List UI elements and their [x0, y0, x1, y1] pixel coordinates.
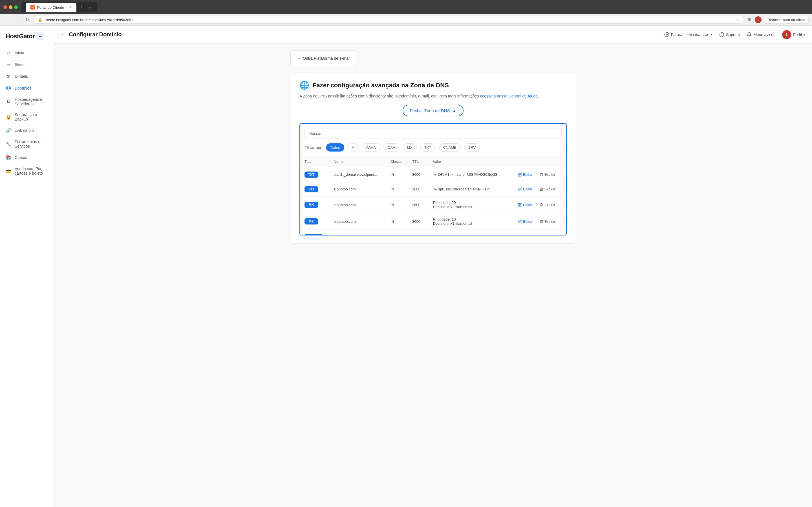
table-row: CNAME webmail.elpuntoo.com. IN 14400 tit…	[300, 230, 566, 235]
row5-class: IN	[386, 230, 408, 235]
edit-icon-3	[518, 203, 522, 207]
sidebar-item-seguranca[interactable]: 🔒 Segurança e Backup	[2, 110, 52, 124]
row1-edit-button[interactable]: Editar	[516, 171, 535, 178]
bookmark-icon[interactable]: ☆	[736, 17, 740, 22]
sidebar-item-venda-pix[interactable]: 💳 Venda com Pix, cartões e boleto	[2, 164, 52, 178]
browser-chrome: H Portal do Cliente ✕ + ≡ ← → ↻ 🔒 client…	[0, 0, 812, 25]
filter-mx[interactable]: MX	[403, 144, 417, 152]
nav-perfil[interactable]: I Perfil ▾	[782, 30, 805, 39]
dns-table-body: TXT titan1._domainkey.elpunt... IN 3600 …	[300, 167, 566, 235]
extensions-icon[interactable]: ⊞	[747, 16, 753, 23]
new-tab-button[interactable]: +	[78, 2, 85, 12]
sidebar-item-inicio[interactable]: ⌂ Início	[2, 47, 52, 58]
perfil-chevron-icon: ▾	[804, 33, 805, 37]
dns-section-desc: A Zona de DNS possibilita ações como dir…	[299, 93, 567, 99]
filter-cname[interactable]: CNAME	[439, 144, 461, 152]
search-input[interactable]	[309, 131, 557, 136]
row3-delete-button[interactable]: Excluir	[537, 202, 558, 208]
nav-suporte[interactable]: Suporte	[719, 32, 740, 37]
nav-avisos[interactable]: Meus avisos	[747, 32, 775, 37]
seguranca-icon: 🔒	[6, 114, 11, 120]
sidebar-logo: HostGator ←	[0, 30, 54, 47]
row1-value: "v=DKIM1; k=rsa; p=MIGfMA0GCSqGS...	[428, 167, 511, 182]
logo-toggle-icon[interactable]: ←	[36, 33, 44, 40]
logo-text: HostGator	[6, 33, 35, 40]
tab-favicon: H	[30, 5, 35, 10]
row4-value-line1: Prioridade: 10	[433, 217, 507, 221]
suporte-label: Suporte	[726, 33, 740, 37]
row2-ttl: 3600	[408, 182, 428, 196]
filter-txt[interactable]: TXT	[420, 144, 436, 152]
row1-class: IN	[386, 167, 408, 182]
col-ttl: TTL	[408, 156, 428, 167]
browser-active-tab[interactable]: H Portal do Cliente ✕	[26, 3, 77, 12]
maximize-window-dot[interactable]	[14, 5, 18, 9]
trash-icon-4	[539, 219, 543, 223]
close-dns-button[interactable]: Fechar Zona de DNS ▲	[403, 105, 464, 116]
sidebar-item-link-bio[interactable]: 🔗 Link na bio	[2, 125, 52, 136]
row3-edit-button[interactable]: Editar	[516, 202, 535, 208]
sidebar-item-dominios[interactable]: Domínios	[2, 82, 52, 94]
sidebar-label-ferramentas: Ferramentas e Serviços	[15, 139, 48, 149]
page-content: ··· Outra Plataforma de e-mail 🌐 Fazer c…	[54, 44, 812, 507]
filter-a[interactable]: A	[348, 144, 359, 152]
sidebar-item-ferramentas[interactable]: 🔧 Ferramentas e Serviços	[2, 136, 52, 151]
sidebar-item-hospedagens[interactable]: 🖥 Hospedagens e Servidores	[2, 94, 52, 109]
sidebar-item-emails[interactable]: ✉ E-mails	[2, 71, 52, 82]
row3-ttl: 3600	[408, 196, 428, 213]
suporte-icon	[719, 32, 724, 37]
browser-menu-icon[interactable]: ≡	[86, 4, 93, 12]
row4-delete-button[interactable]: Excluir	[537, 218, 558, 225]
sidebar-item-cursos[interactable]: 📚 Cursos	[2, 152, 52, 163]
pix-icon: 💳	[6, 168, 11, 174]
dns-help-link[interactable]: acesse a nossa Central de Ajuda.	[480, 94, 539, 98]
filter-bar: Filtrar por: Todos A AAAA CAA MX TXT CNA…	[300, 144, 566, 156]
filter-srv[interactable]: SRV	[464, 144, 480, 152]
filter-caa[interactable]: CAA	[384, 144, 400, 152]
row1-actions-cell: Editar Excluir	[516, 171, 562, 178]
row5-actions-cell: Editar Excluir	[516, 234, 562, 235]
row2-value: "v=spf1 include:spf.titan.email ~all"	[428, 182, 511, 196]
reload-button[interactable]: ↻	[24, 16, 31, 24]
browser-toolbar-right: ⊞ I Reiniciar para atualizar	[747, 16, 809, 24]
reiniciar-button[interactable]: Reiniciar para atualizar	[764, 16, 809, 24]
row2-delete-button[interactable]: Excluir	[537, 186, 558, 192]
dns-table-header-row: Tipo Nome Classe TTL Valor	[300, 156, 566, 167]
row1-name: titan1._domainkey.elpunt...	[329, 167, 386, 182]
minimize-window-dot[interactable]	[9, 5, 12, 9]
row5-value: titan.hostgator.com.br	[428, 230, 511, 235]
back-button[interactable]: ←	[3, 16, 11, 23]
platform-card: ··· Outra Plataforma de e-mail	[290, 50, 356, 66]
filter-todos[interactable]: Todos	[326, 144, 344, 152]
back-to-configure[interactable]: ← Configurar Domínio	[61, 31, 122, 38]
row5-delete-button[interactable]: Excluir	[537, 234, 558, 235]
app-container: HostGator ← ⌂ Início ▭ Sites ✉ E-mails	[0, 25, 812, 507]
header-nav: Faturas e Assinaturas ▾ Suporte Meus avi…	[664, 30, 805, 39]
faturas-chevron-icon: ▾	[711, 33, 712, 37]
close-window-dot[interactable]	[3, 5, 7, 9]
row4-actions: Editar Excluir	[511, 213, 566, 230]
col-actions	[511, 156, 566, 167]
row1-delete-button[interactable]: Excluir	[537, 171, 558, 178]
close-dns-label: Fechar Zona de DNS	[410, 108, 450, 113]
nav-faturas[interactable]: Faturas e Assinaturas ▾	[664, 32, 712, 37]
faturas-icon	[664, 32, 669, 37]
tab-close-icon[interactable]: ✕	[69, 5, 72, 9]
row3-value-line1: Prioridade: 20	[433, 201, 507, 205]
filter-aaaa[interactable]: AAAA	[362, 144, 380, 152]
row5-edit-button[interactable]: Editar	[516, 234, 535, 235]
sidebar-label-cursos: Cursos	[15, 155, 27, 160]
filter-label: Filtrar por:	[305, 145, 322, 150]
perfil-label: Perfil	[793, 33, 802, 37]
row2-edit-button[interactable]: Editar	[516, 186, 535, 192]
table-row: TXT titan1._domainkey.elpunt... IN 3600 …	[300, 167, 566, 182]
forward-button[interactable]: →	[13, 16, 21, 23]
browser-user-avatar: I	[755, 16, 762, 23]
search-input-wrapper[interactable]	[305, 128, 562, 139]
sidebar-item-sites[interactable]: ▭ Sites	[2, 59, 52, 70]
row4-edit-button[interactable]: Editar	[516, 218, 535, 225]
dns-zone-section: 🌐 Fazer configuração avançada na Zona de…	[290, 73, 576, 243]
address-bar[interactable]: 🔒 cliente.hostgator.com.br/dominios/dns-…	[33, 16, 744, 24]
row3-actions-cell: Editar Excluir	[516, 202, 562, 208]
link-bio-icon: 🔗	[6, 128, 11, 133]
